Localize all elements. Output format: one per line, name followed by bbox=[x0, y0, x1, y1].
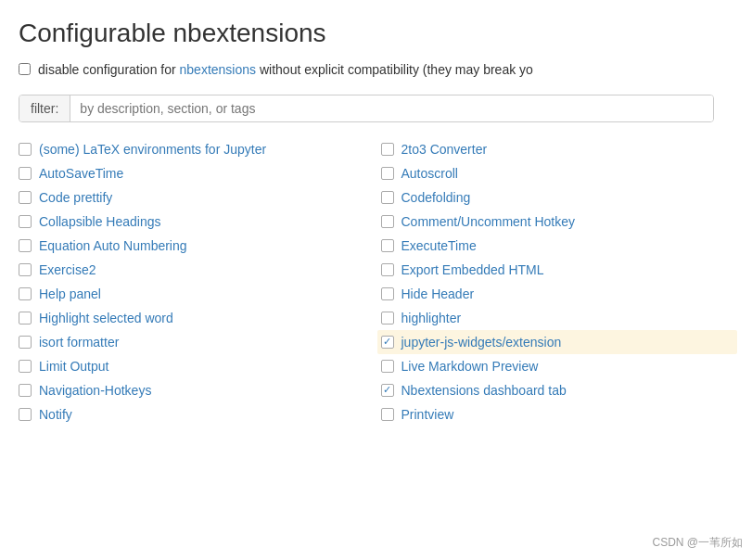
ext-link-2to3-converter[interactable]: 2to3 Converter bbox=[401, 142, 488, 157]
ext-item-right-jupyter-js-widgets: ✓jupyter-js-widgets/extension bbox=[377, 330, 738, 354]
ext-item-left-autosavetime: AutoSaveTime bbox=[19, 161, 372, 185]
ext-item-right-nbextensions-dashboard-tab: ✓Nbextensions dashboard tab bbox=[381, 378, 734, 402]
disable-config-row: disable configuration for nbextensions w… bbox=[19, 61, 733, 80]
checkbox-equation-auto-numbering[interactable] bbox=[19, 239, 32, 252]
ext-item-left-navigation-hotkeys: Navigation-Hotkeys bbox=[19, 378, 372, 402]
ext-item-right-highlighter: highlighter bbox=[381, 306, 734, 330]
ext-link-executetime[interactable]: ExecuteTime bbox=[401, 238, 477, 253]
checkbox-hide-header[interactable] bbox=[381, 287, 394, 300]
ext-item-right-codefolding: Codefolding bbox=[381, 185, 734, 210]
ext-item-left-limit-output: Limit Output bbox=[19, 354, 372, 378]
ext-item-left-notify: Notify bbox=[19, 402, 372, 426]
filter-label: filter: bbox=[19, 95, 70, 121]
ext-item-left-equation-auto-numbering: Equation Auto Numbering bbox=[19, 234, 372, 258]
ext-link-live-markdown-preview[interactable]: Live Markdown Preview bbox=[401, 359, 539, 374]
checkbox-help-panel[interactable] bbox=[19, 287, 32, 300]
ext-link-codefolding[interactable]: Codefolding bbox=[401, 190, 471, 205]
ext-item-right-comment-uncomment: Comment/Uncomment Hotkey bbox=[381, 210, 734, 234]
ext-item-right-hide-header: Hide Header bbox=[381, 282, 734, 306]
ext-item-left-collapsible-headings: Collapsible Headings bbox=[19, 210, 372, 234]
watermark-text: CSDN @一苇所如 bbox=[652, 535, 743, 551]
nbextensions-link[interactable]: nbextensions bbox=[180, 62, 257, 77]
ext-link-collapsible-headings[interactable]: Collapsible Headings bbox=[39, 214, 161, 229]
ext-link-equation-auto-numbering[interactable]: Equation Auto Numbering bbox=[39, 238, 187, 253]
ext-item-right-executetime: ExecuteTime bbox=[381, 234, 734, 258]
ext-link-code-prettify[interactable]: Code prettify bbox=[39, 190, 112, 205]
ext-item-left-exercise2: Exercise2 bbox=[19, 258, 372, 282]
checkbox-executetime[interactable] bbox=[381, 239, 394, 252]
ext-item-left-code-prettify: Code prettify bbox=[19, 185, 372, 210]
filter-input[interactable] bbox=[70, 95, 713, 121]
ext-link-highlighter[interactable]: highlighter bbox=[401, 311, 462, 325]
ext-item-right-live-markdown-preview: Live Markdown Preview bbox=[381, 354, 734, 378]
checkbox-limit-output[interactable] bbox=[19, 360, 32, 373]
checkbox-code-prettify[interactable] bbox=[19, 191, 32, 204]
ext-link-exercise2[interactable]: Exercise2 bbox=[39, 262, 96, 277]
ext-item-right-printview: Printview bbox=[381, 402, 734, 426]
checkbox-isort-formatter[interactable] bbox=[19, 336, 32, 349]
ext-link-hide-header[interactable]: Hide Header bbox=[401, 286, 475, 301]
page-container: Configurable nbextensions disable config… bbox=[0, 0, 752, 560]
ext-link-nbextensions-dashboard-tab[interactable]: Nbextensions dashboard tab bbox=[401, 383, 567, 398]
ext-item-left-highlight-selected-word: Highlight selected word bbox=[19, 306, 372, 330]
checkbox-latex-env[interactable] bbox=[19, 143, 32, 156]
ext-link-autoscroll[interactable]: Autoscroll bbox=[401, 166, 458, 181]
checkbox-comment-uncomment[interactable] bbox=[381, 215, 394, 228]
checkbox-printview[interactable] bbox=[381, 408, 394, 421]
ext-item-left-help-panel: Help panel bbox=[19, 282, 372, 306]
checkbox-collapsible-headings[interactable] bbox=[19, 215, 32, 228]
ext-item-left-isort-formatter: isort formatter bbox=[19, 330, 372, 354]
checkbox-notify[interactable] bbox=[19, 408, 32, 421]
checkbox-codefolding[interactable] bbox=[381, 191, 394, 204]
checkbox-autosavetime[interactable] bbox=[19, 167, 32, 180]
ext-link-jupyter-js-widgets[interactable]: jupyter-js-widgets/extension bbox=[401, 335, 562, 350]
ext-link-help-panel[interactable]: Help panel bbox=[39, 286, 101, 301]
checkbox-export-embedded-html[interactable] bbox=[381, 263, 394, 276]
ext-item-right-2to3-converter: 2to3 Converter bbox=[381, 137, 734, 161]
checkbox-jupyter-js-widgets[interactable]: ✓ bbox=[381, 336, 394, 349]
ext-link-autosavetime[interactable]: AutoSaveTime bbox=[39, 166, 123, 181]
disable-config-text: disable configuration for nbextensions w… bbox=[38, 61, 533, 80]
disable-config-checkbox[interactable] bbox=[19, 63, 31, 75]
ext-item-right-export-embedded-html: Export Embedded HTML bbox=[381, 258, 734, 282]
checkbox-highlighter[interactable] bbox=[381, 312, 394, 325]
checkbox-autoscroll[interactable] bbox=[381, 167, 394, 180]
checkbox-2to3-converter[interactable] bbox=[381, 143, 394, 156]
page-title: Configurable nbextensions bbox=[19, 19, 733, 48]
ext-link-export-embedded-html[interactable]: Export Embedded HTML bbox=[401, 262, 544, 277]
checkbox-live-markdown-preview[interactable] bbox=[381, 360, 394, 373]
ext-link-isort-formatter[interactable]: isort formatter bbox=[39, 335, 119, 350]
ext-item-right-autoscroll: Autoscroll bbox=[381, 161, 734, 185]
ext-link-navigation-hotkeys[interactable]: Navigation-Hotkeys bbox=[39, 383, 151, 398]
ext-link-printview[interactable]: Printview bbox=[401, 407, 454, 422]
ext-link-latex-env[interactable]: (some) LaTeX environments for Jupyter bbox=[39, 142, 266, 157]
checkbox-exercise2[interactable] bbox=[19, 263, 32, 276]
checkbox-highlight-selected-word[interactable] bbox=[19, 312, 32, 325]
ext-link-limit-output[interactable]: Limit Output bbox=[39, 359, 108, 374]
ext-link-comment-uncomment[interactable]: Comment/Uncomment Hotkey bbox=[401, 214, 576, 229]
extensions-grid: (some) LaTeX environments for Jupyter2to… bbox=[19, 137, 733, 426]
filter-row: filter: bbox=[19, 95, 714, 122]
ext-item-left-latex-env: (some) LaTeX environments for Jupyter bbox=[19, 137, 372, 161]
ext-link-notify[interactable]: Notify bbox=[39, 407, 72, 422]
checkbox-nbextensions-dashboard-tab[interactable]: ✓ bbox=[381, 384, 394, 397]
ext-link-highlight-selected-word[interactable]: Highlight selected word bbox=[39, 311, 173, 325]
checkbox-navigation-hotkeys[interactable] bbox=[19, 384, 32, 397]
